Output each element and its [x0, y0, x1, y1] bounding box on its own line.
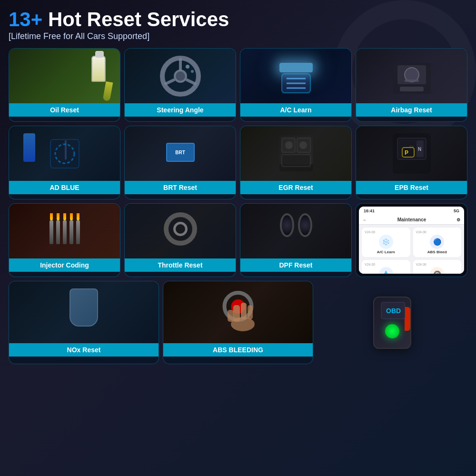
phone-version-ac: V24.00: [365, 230, 375, 234]
phone-version-airbag: V24.00: [416, 263, 426, 266]
exhaust-pipe-right: [298, 213, 312, 237]
phone-back-arrow: ←: [363, 218, 367, 222]
svg-line-3: [165, 79, 175, 84]
oil-stream-icon: [103, 81, 113, 101]
throttle-inner-icon: [173, 222, 188, 236]
svg-rect-34: [228, 310, 234, 322]
phone-item-airbag[interactable]: V24.00 🔘 Airbag: [413, 260, 462, 274]
card-image-abs: [163, 281, 313, 343]
service-card-steering-angle[interactable]: Steering Angle: [124, 48, 236, 122]
nox-tank-icon: [69, 288, 98, 327]
card-image-injector: [9, 204, 120, 258]
airbag-interior-icon: [390, 53, 433, 99]
services-grid-main: Oil Reset Steering Angle: [9, 48, 467, 277]
svg-rect-33: [248, 305, 253, 319]
svg-text:N: N: [418, 147, 421, 152]
adblue-bottle-icon: [23, 133, 35, 162]
card-image-ac: [240, 49, 351, 103]
injectors-icon: [50, 213, 80, 244]
page-title: 13+ Hot Reset Services: [9, 9, 467, 30]
service-card-abs-bleeding[interactable]: ABS BLEEDING: [163, 281, 313, 364]
card-image-brt: [125, 126, 236, 181]
obd-logo-icon: OBD: [379, 300, 407, 324]
svg-rect-21: [282, 155, 310, 167]
header: 13+ Hot Reset Services [Lifetime Free fo…: [9, 9, 467, 41]
phone-screen: 16:41 5G ← Maintenance ⚙ V24.00 ❄️ A/C L…: [359, 207, 464, 274]
phone-icon-adblue: 💧: [379, 267, 393, 274]
svg-text:OBD: OBD: [386, 307, 401, 315]
card-image-nox: [9, 281, 159, 343]
card-label-steering-angle: Steering Angle: [125, 103, 236, 117]
card-label-epb-reset: EPB Reset: [356, 181, 467, 194]
ac-vent-icon: [277, 69, 315, 98]
epb-panel-icon: N P: [390, 131, 433, 176]
card-label-dpf-reset: DPF Reset: [240, 258, 351, 272]
phone-icon-airbag: 🔘: [430, 267, 444, 274]
phone-item-ac[interactable]: V24.00 ❄️ A/C Learn: [362, 228, 410, 257]
oil-bottle-icon: [91, 56, 106, 82]
phone-nav-title: Maintenance: [367, 217, 456, 222]
card-image-egr: [240, 126, 351, 181]
phone-time: 16:41: [364, 208, 375, 213]
main-container: 13+ Hot Reset Services [Lifetime Free fo…: [0, 0, 476, 476]
phone-display-card: 16:41 5G ← Maintenance ⚙ V24.00 ❄️ A/C L…: [356, 203, 467, 277]
dpf-exhaust-icon: [280, 213, 312, 237]
service-card-nox-reset[interactable]: NOx Reset: [9, 281, 159, 364]
service-card-egr-reset[interactable]: EGR Reset: [240, 126, 352, 199]
phone-version-abs: V24.00: [416, 230, 426, 234]
phone-signal: 5G: [454, 208, 459, 213]
card-image-airbag: [356, 49, 467, 103]
service-card-ad-blue[interactable]: AD BLUE: [9, 126, 120, 199]
card-label-ac-learn: A/C Learn: [240, 103, 351, 117]
service-card-ac-learn[interactable]: A/C Learn: [240, 48, 352, 122]
steering-wheel-icon: [159, 55, 202, 98]
service-card-epb-reset[interactable]: N P EPB Reset: [356, 126, 467, 199]
card-label-ad-blue: AD BLUE: [9, 181, 120, 194]
phone-bluetooth-icon: ⚙: [456, 218, 460, 222]
svg-point-1: [175, 70, 186, 82]
card-label-egr-reset: EGR Reset: [240, 181, 351, 194]
title-highlight: 13+: [9, 8, 42, 30]
phone-item-abs[interactable]: V24.00 🔵 ABS Bleed: [413, 228, 462, 257]
service-card-throttle-reset[interactable]: Throttle Reset: [124, 203, 236, 277]
phone-label-ac: A/C Learn: [377, 250, 395, 254]
svg-point-6: [191, 70, 194, 73]
phone-app-grid: V24.00 ❄️ A/C Learn V24.00 🔵 ABS Bleed V…: [359, 225, 464, 274]
svg-point-23: [299, 141, 307, 149]
obd-device-container: OBD: [317, 281, 467, 364]
svg-point-5: [186, 65, 189, 69]
card-label-injector-coding: Injector Coding: [9, 258, 120, 272]
svg-line-4: [186, 79, 196, 84]
phone-item-adblue[interactable]: V24.00 💧 Adblue: [362, 260, 410, 274]
svg-text:P: P: [405, 149, 408, 156]
card-label-throttle-reset: Throttle Reset: [125, 258, 236, 272]
card-label-brt-reset: BRT Reset: [125, 181, 236, 194]
svg-rect-31: [233, 305, 240, 322]
phone-nav-bar: ← Maintenance ⚙: [359, 215, 464, 225]
ac-glow-icon: [279, 63, 313, 72]
svg-rect-32: [241, 303, 247, 319]
card-image-dpf: [240, 204, 351, 258]
card-label-abs-bleeding: ABS BLEEDING: [163, 343, 313, 357]
card-label-nox-reset: NOx Reset: [9, 343, 159, 357]
phone-status-bar: 16:41 5G: [359, 207, 464, 215]
service-card-brt-reset[interactable]: BRT Reset: [124, 126, 236, 199]
svg-point-22: [285, 141, 293, 149]
obd-device: OBD: [373, 297, 411, 349]
services-grid-bottom: NOx Reset ABS BLEEDING: [9, 281, 467, 364]
service-card-oil-reset[interactable]: Oil Reset: [9, 48, 120, 122]
egr-detail-icon: [275, 131, 317, 176]
subtitle: [Lifetime Free for All Cars Supported]: [9, 31, 467, 41]
phone-version-adblue: V24.00: [365, 263, 375, 266]
service-card-dpf-reset[interactable]: DPF Reset: [240, 203, 352, 277]
service-card-airbag-reset[interactable]: Airbag Reset: [356, 48, 467, 122]
card-image-oil: [9, 49, 120, 103]
phone-icon-abs: 🔵: [430, 235, 444, 249]
svg-rect-13: [400, 87, 424, 91]
svg-rect-15: [405, 79, 419, 82]
card-image-throttle: [125, 204, 236, 258]
phone-mockup: 16:41 5G ← Maintenance ⚙ V24.00 ❄️ A/C L…: [356, 204, 467, 277]
card-image-steering: [125, 49, 236, 103]
service-card-injector-coding[interactable]: Injector Coding: [9, 203, 120, 277]
obd-status-light: [385, 324, 399, 338]
